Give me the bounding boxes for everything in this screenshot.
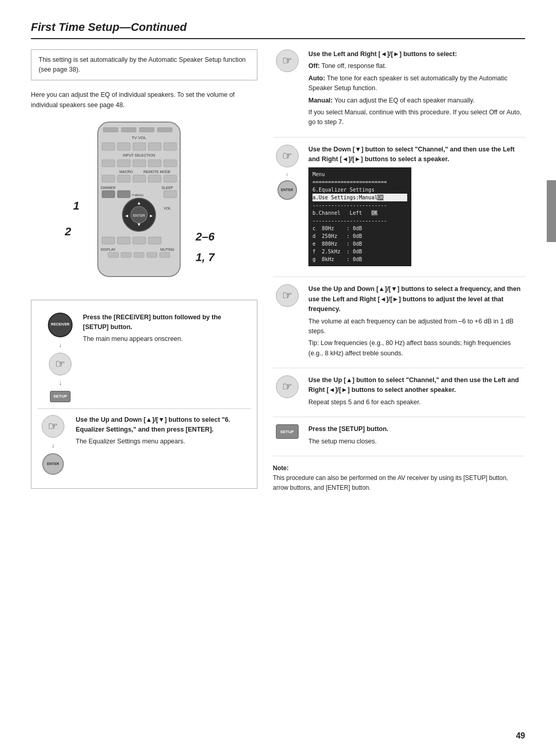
menu-separator3: ------------------------ [312,217,407,225]
remote-label-26: 2–6 [196,230,215,244]
svg-rect-45 [108,252,118,257]
step7-section: SETUP Press the [SETUP] button. The setu… [273,424,525,456]
svg-rect-26 [102,191,115,198]
hand-enter-2: ☞ [42,415,64,438]
step3-manual-text: You can adjust the EQ of each speaker ma… [334,97,474,104]
svg-rect-19 [102,175,115,182]
arrow-down-2: ↓ [59,380,62,387]
step5-icon: ☞ [273,284,301,307]
note-body: This procedure can also be performed on … [273,474,508,491]
step3-auto-text: The tone for each speaker is set automat… [308,75,508,92]
svg-rect-49 [160,252,170,257]
svg-text:REMOTE MODE: REMOTE MODE [144,170,171,174]
receiver-button-icon: RECEIVER [48,313,73,337]
svg-text:+: + [132,193,134,197]
svg-text:MUTING: MUTING [160,248,175,251]
svg-rect-27 [117,191,130,198]
setup-button-icon: SETUP [50,391,71,402]
hand-icon-6: ☞ [276,375,299,398]
note-label: Note: [273,465,289,472]
svg-rect-12 [102,160,115,167]
menu-line1: 6.Equalizer Settings [312,186,407,194]
svg-text:ENTER: ENTER [133,214,145,217]
menu-line2: a.Use Settings:ManualOK [312,194,407,201]
remote-area: TV VOL INPUT SELECTION [46,119,242,295]
menu-separator: ======================== [312,178,407,186]
svg-rect-13 [117,160,130,167]
step2-icon: ☞ ↓ ENTER [38,415,68,475]
step6-icon: ☞ [273,375,301,398]
step3-off: Off: Tone off, response flat. [308,61,525,71]
svg-rect-22 [148,175,161,182]
title-italic: —Continued [119,21,187,33]
svg-rect-41 [133,237,146,244]
arrow-down-1: ↓ [59,341,62,349]
menu-line3: b.Channel Left OK [312,209,407,217]
menu-display: Menu ======================== 6.Equalize… [308,167,411,266]
svg-text:MACRO: MACRO [119,170,133,174]
svg-text:SLEEP: SLEEP [162,186,173,190]
menu-separator2: ------------------------ [312,201,407,209]
step7-icon: SETUP [273,424,301,439]
remote-label-17: 1, 7 [196,251,215,264]
svg-rect-42 [148,237,161,244]
step1-text: Press the [RECEIVER] button followed by … [83,313,244,345]
svg-rect-30 [164,191,177,198]
step7-body: The setup menu closes. [308,437,525,446]
arrow-down-3: ↓ [51,442,55,449]
step3-manual: Manual: You can adjust the EQ of each sp… [308,96,525,106]
svg-text:►: ► [149,213,154,218]
svg-rect-7 [117,143,130,150]
step1-title: Press the [RECEIVER] button followed by … [83,313,244,333]
svg-text:TV VOL: TV VOL [132,135,147,140]
svg-text:VOL: VOL [164,207,171,210]
intro-text: Here you can adjust the EQ of individual… [31,90,257,110]
sidebar-tab [547,180,556,242]
svg-text:DIMMER: DIMMER [101,186,115,190]
step3-auto: Auto: The tone for each speaker is set a… [308,74,525,94]
svg-rect-6 [102,143,115,150]
step3-icon: ☞ [273,49,301,72]
right-column: ☞ Use the Left and Right [◄]/[►] buttons… [273,49,525,493]
svg-rect-1 [103,127,118,132]
step3-title: Use the Left and Right [◄]/[►] buttons t… [308,49,525,59]
step6-body: Repeat steps 5 and 6 for each speaker. [308,398,525,407]
svg-rect-2 [121,127,136,132]
hand-icon-3: ☞ [276,49,299,72]
svg-text:DISPLAY: DISPLAY [100,248,115,251]
enter-button-2: ENTER [42,453,64,475]
svg-rect-15 [148,160,161,167]
step3-note: If you select Manual, continue with this… [308,108,525,128]
svg-rect-23 [164,175,177,182]
intro-body: Here you can adjust the EQ of individual… [31,91,235,109]
step5-tip: Tip: Low frequencies (e.g., 80 Hz) affec… [308,338,525,358]
svg-rect-40 [117,237,130,244]
step2-title: Use the Up and Down [▲]/[▼] buttons to s… [76,415,251,435]
menu-line4: c 80Hz : 0dB [312,225,407,232]
svg-rect-14 [133,160,146,167]
step3-off-text: Tone off, response flat. [321,62,386,70]
step1-icon: RECEIVER ↓ ☞ ↓ SETUP [45,313,76,402]
info-box-text: This setting is set automatically by the… [39,56,246,73]
svg-rect-39 [102,237,115,244]
step6-section: ☞ Use the Up [▲] button to select "Chann… [273,375,525,417]
svg-text:MENU: MENU [134,194,144,197]
svg-rect-46 [121,252,131,257]
remote-svg: TV VOL INPUT SELECTION [88,119,190,279]
page-number: 49 [516,731,525,741]
step5-section: ☞ Use the Up and Down [▲]/[▼] buttons to… [273,284,525,368]
title-bold: First Time Setup [31,21,119,33]
svg-text:▲: ▲ [137,200,142,205]
hand-icon-5: ☞ [276,284,299,307]
step5-text: Use the Up and Down [▲]/[▼] buttons to s… [308,284,525,360]
svg-rect-9 [148,143,161,150]
svg-rect-47 [134,252,144,257]
menu-line5: d 250Hz : 0dB [312,232,407,240]
step2-body: The Equalizer Settings menu appears. [76,437,251,446]
note-text: Note: This procedure can also be perform… [273,463,525,493]
svg-text:INPUT SELECTION: INPUT SELECTION [123,153,155,157]
content-area: This setting is set automatically by the… [31,49,525,493]
svg-rect-4 [157,127,172,132]
left-column: This setting is set automatically by the… [31,49,257,493]
step3-text: Use the Left and Right [◄]/[►] buttons t… [308,49,525,130]
